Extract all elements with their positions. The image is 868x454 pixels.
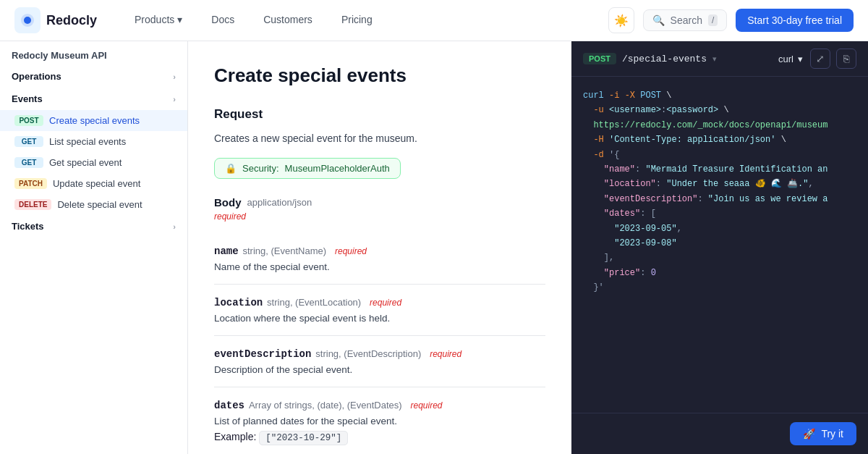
logo-icon <box>14 7 41 33</box>
body-header: Body application/json <box>214 196 545 209</box>
param-dates-required: required <box>410 400 442 411</box>
body-section: Body application/json required <box>214 196 545 222</box>
param-eventdesc-type: string, (EventDescription) <box>315 348 421 359</box>
sidebar-item-tickets[interactable]: Tickets › <box>0 215 187 237</box>
param-dates: dates Array of strings, (date), (EventDa… <box>214 387 545 454</box>
trial-button[interactable]: Start 30-day free trial <box>736 9 854 32</box>
param-eventdesc-desc: Description of the special event. <box>214 364 545 375</box>
chevron-down-icon: › <box>173 95 176 104</box>
body-title: Body <box>214 196 242 209</box>
nav-customers[interactable]: Customers <box>260 0 315 41</box>
lang-chevron-icon: ▾ <box>798 54 803 64</box>
code-endpoint-path: /special-events <box>622 54 707 64</box>
param-dates-example: Example: ["2023-10-29"] <box>214 431 545 443</box>
security-label: Security: <box>242 163 279 174</box>
try-it-button[interactable]: 🚀 Try it <box>790 422 856 445</box>
expand-button[interactable]: ⤢ <box>810 49 830 69</box>
svg-point-1 <box>24 17 31 24</box>
chevron-down-icon: ▾ <box>177 14 182 25</box>
endpoint-list-special-events[interactable]: GET List special events <box>0 131 187 152</box>
method-badge-patch: PATCH <box>14 178 47 189</box>
sidebar-item-operations[interactable]: Operations › <box>0 65 187 88</box>
nav-docs[interactable]: Docs <box>208 0 237 41</box>
sidebar-item-events[interactable]: Events › <box>0 88 187 110</box>
request-description: Creates a new special event for the muse… <box>214 130 545 146</box>
copy-button[interactable]: ⎘ <box>836 49 856 69</box>
param-eventdesc-required: required <box>430 349 461 359</box>
param-location-desc: Location where the special event is held… <box>214 313 545 324</box>
endpoint-info: POST /special-events ▾ <box>583 53 717 64</box>
param-location-required: required <box>370 298 401 308</box>
param-name: name string, (EventName) required Name o… <box>214 233 545 285</box>
request-section-title: Request <box>214 107 545 122</box>
endpoint-create-special-events[interactable]: POST Create special events <box>0 110 187 131</box>
code-block: curl -i -X POST \ -u <username>:<passwor… <box>571 77 868 413</box>
main-content: Create special events Request Creates a … <box>188 41 571 454</box>
nav-products[interactable]: Products ▾ <box>132 0 185 41</box>
method-badge-get-2: GET <box>14 157 43 168</box>
body-subtitle: application/json <box>247 197 312 208</box>
nav-actions: ☀️ 🔍 Search / Start 30-day free trial <box>608 7 854 33</box>
example-value: ["2023-10-29"] <box>259 431 348 445</box>
endpoint-delete-special-event[interactable]: DELETE Delete special event <box>0 194 187 215</box>
events-sub-list: POST Create special events GET List spec… <box>0 110 187 215</box>
chevron-right-icon-2: › <box>173 222 176 231</box>
endpoint-chevron-icon: ▾ <box>712 54 717 64</box>
nav-pricing[interactable]: Pricing <box>339 0 375 41</box>
param-dates-desc: List of planned dates for the special ev… <box>214 416 545 426</box>
logo: Redocly <box>14 7 97 33</box>
code-panel-header: POST /special-events ▾ curl ▾ ⤢ ⎘ <box>571 41 868 77</box>
endpoint-get-special-event[interactable]: GET Get special event <box>0 152 187 173</box>
panel-footer: 🚀 Try it <box>571 413 868 454</box>
code-panel: POST /special-events ▾ curl ▾ ⤢ ⎘ curl -… <box>571 41 868 454</box>
param-dates-type: Array of strings, (date), (EventDates) <box>249 400 402 411</box>
rocket-icon: 🚀 <box>803 428 815 440</box>
param-name-label: name <box>214 245 239 257</box>
security-badge: 🔒 Security: MuseumPlaceholderAuth <box>214 158 401 179</box>
search-icon: 🔍 <box>652 14 665 26</box>
navbar: Redocly Products ▾ Docs Customers Pricin… <box>0 0 868 41</box>
param-name-required: required <box>335 246 367 256</box>
panel-actions: ⤢ ⎘ <box>810 49 856 69</box>
param-location: location string, (EventLocation) require… <box>214 285 545 336</box>
method-badge-get: GET <box>14 136 43 147</box>
param-eventdesc-label: eventDescription <box>214 348 311 360</box>
param-location-type: string, (EventLocation) <box>267 297 361 308</box>
endpoint-update-special-event[interactable]: PATCH Update special event <box>0 173 187 194</box>
method-badge-delete: DELETE <box>14 199 51 210</box>
api-title: Redocly Museum API <box>0 41 187 65</box>
sidebar: Redocly Museum API Operations › Events ›… <box>0 41 188 454</box>
lock-icon: 🔒 <box>225 163 237 174</box>
body-required: required <box>214 211 545 222</box>
param-name-type: string, (EventName) <box>243 245 327 256</box>
lang-selector[interactable]: curl ▾ <box>778 54 803 64</box>
param-dates-label: dates <box>214 400 244 411</box>
page-title: Create special events <box>214 64 545 87</box>
main-layout: Redocly Museum API Operations › Events ›… <box>0 41 868 454</box>
search-shortcut: / <box>708 14 718 26</box>
security-value: MuseumPlaceholderAuth <box>285 163 390 174</box>
chevron-right-icon: › <box>173 72 176 81</box>
search-button[interactable]: 🔍 Search / <box>643 9 728 31</box>
example-label: Example: <box>214 431 256 442</box>
code-method-tag: POST <box>583 53 616 64</box>
param-name-desc: Name of the special event. <box>214 261 545 272</box>
method-badge-post: POST <box>14 115 43 126</box>
param-event-description: eventDescription string, (EventDescripti… <box>214 336 545 387</box>
logo-text: Redocly <box>46 13 97 28</box>
param-location-label: location <box>214 297 263 308</box>
theme-toggle-button[interactable]: ☀️ <box>608 7 634 33</box>
